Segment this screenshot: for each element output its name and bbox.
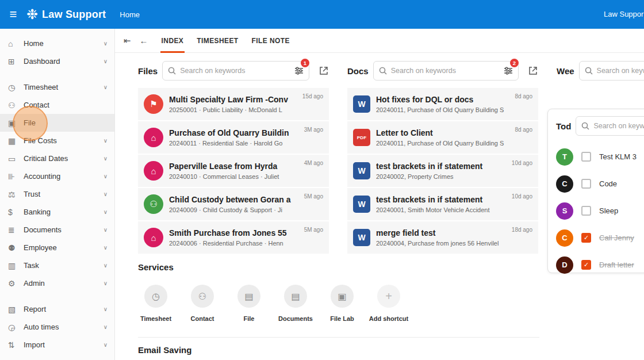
calculator-icon: ▦ [8, 136, 24, 145]
service-shortcut-file[interactable]: ▤ File [231, 285, 267, 322]
brand-title: Law Support [42, 9, 106, 21]
docs-list: W Hot fixes for DQL or docs 20240011, Pu… [347, 88, 538, 254]
sidebar-item-banking[interactable]: $ Banking ∨ [0, 203, 114, 221]
doc-title: Hot fixes for DQL or docs [376, 95, 509, 104]
briefcase-icon: ▣ [8, 118, 24, 128]
todo-search[interactable] [576, 116, 644, 136]
file-row[interactable]: ⌂ Smith Purchase from Jones 55 20240006 … [138, 221, 329, 254]
file-row[interactable]: ⌂ Purchase of Old Quarry Buildin 2024001… [138, 121, 329, 154]
week-search[interactable] [579, 61, 644, 81]
todo-checkbox[interactable] [581, 152, 591, 162]
files-search-input[interactable] [180, 67, 294, 75]
sidebar-item-contact[interactable]: ⚇ Contact ∨ [0, 96, 114, 114]
header-org-label[interactable]: Law Suppor [604, 0, 643, 29]
chevron-down-icon: ∨ [103, 324, 108, 330]
sidebar-item-auto-times[interactable]: ◶ Auto times ∨ [0, 318, 114, 336]
briefcase-icon: ▣ [331, 285, 354, 308]
todo-checkbox[interactable] [581, 260, 591, 270]
files-list: ⚑ Multi Specialty Law Firm -Conv 2025000… [138, 88, 329, 254]
auto-clock-icon: ◶ [8, 323, 24, 332]
dollar-icon: $ [8, 208, 24, 217]
doc-row[interactable]: W Hot fixes for DQL or docs 20240011, Pu… [347, 88, 538, 120]
file-icon: ▤ [237, 285, 260, 308]
word-doc-icon: W [353, 95, 370, 113]
main-content: Files 1 ⚑ Multi Specialty Law Firm -Conv… [115, 53, 644, 360]
sidebar-item-home[interactable]: ⌂ Home ∨ [0, 35, 114, 52]
sidebar-item-label: File Costs [24, 136, 100, 145]
tab-timesheet[interactable]: TIMESHEET [197, 29, 238, 53]
doc-age: 18d ago [512, 227, 532, 233]
add-shortcut-button[interactable]: + Add shortcut [371, 285, 407, 322]
sidebar-item-trust[interactable]: ⚖ Trust ∨ [0, 185, 114, 203]
todo-item[interactable]: D Draft letter [556, 251, 644, 278]
sidebar-item-timesheet[interactable]: ◷ Timesheet ∨ [0, 78, 114, 96]
open-external-icon[interactable] [528, 66, 538, 76]
chevron-down-icon: ∨ [103, 137, 108, 144]
files-search[interactable]: 1 [162, 61, 309, 81]
doc-row[interactable]: W merge field test 20240004, Purchase fr… [347, 221, 538, 254]
chevron-down-icon: ∨ [103, 244, 108, 251]
todo-item[interactable]: C Code [556, 170, 644, 197]
todo-item[interactable]: T Test KLM 3 [556, 143, 644, 170]
service-shortcut-file-lab[interactable]: ▣ File Lab [324, 285, 360, 322]
filter-count-badge: 1 [301, 59, 309, 67]
todo-item[interactable]: S Sleep [556, 197, 644, 224]
todo-checkbox[interactable] [581, 233, 591, 243]
todo-checkbox[interactable] [581, 179, 591, 189]
avatar: C [556, 175, 573, 193]
service-shortcut-documents[interactable]: ▤ Documents [278, 285, 313, 322]
collapse-panel-icon[interactable]: ⇤ [124, 36, 131, 46]
todo-search-input[interactable] [593, 122, 644, 130]
back-arrow-icon[interactable]: ← [140, 36, 148, 45]
search-icon [581, 122, 589, 130]
app-logo-icon: ❉ [26, 6, 38, 22]
service-shortcut-timesheet[interactable]: ◷ Timesheet [138, 285, 174, 322]
tab-index[interactable]: INDEX [162, 29, 184, 53]
sidebar-item-accounting[interactable]: ⊪ Accounting ∨ [0, 167, 114, 185]
sidebar-item-critical-dates[interactable]: ▭ Critical Dates ∨ [0, 150, 114, 167]
sidebar-item-import[interactable]: ⇅ Import ∨ [0, 336, 114, 354]
file-meta: 20240010 · Commercial Leases · Juliet [169, 173, 298, 180]
week-panel: Wee [557, 61, 644, 88]
sidebar-item-file-costs[interactable]: ▦ File Costs ∨ [0, 132, 114, 150]
todo-item[interactable]: C Call Jenny [556, 224, 644, 251]
doc-title: test brackets in if statement [376, 195, 506, 204]
todo-panel-title: Tod [556, 121, 571, 131]
sidebar-item-employee[interactable]: ⚉ Employee ∨ [0, 239, 114, 256]
avatar: D [556, 256, 573, 274]
sidebar-item-documents[interactable]: ≣ Documents ∨ [0, 221, 114, 239]
scales-icon: ⚖ [8, 190, 24, 199]
chevron-down-icon: ∨ [103, 155, 108, 162]
sidebar-item-admin[interactable]: ⚙ Admin ∨ [0, 274, 114, 292]
file-row[interactable]: ⚑ Multi Specialty Law Firm -Conv 2025000… [138, 88, 329, 120]
docs-search[interactable]: 2 [373, 61, 519, 81]
docs-search-input[interactable] [391, 67, 504, 75]
tab-file-note[interactable]: FILE NOTE [252, 29, 290, 53]
doc-title: merge field test [376, 228, 506, 238]
header-nav-home[interactable]: Home [120, 10, 140, 19]
file-category-icon: ⌂ [144, 128, 163, 147]
chevron-down-icon: ∨ [103, 227, 108, 233]
tabs-bar: ⇤ ← INDEX TIMESHEET FILE NOTE [115, 29, 644, 53]
open-external-icon[interactable] [319, 66, 329, 76]
sidebar-item-report[interactable]: ▧ Report ∨ [0, 300, 114, 318]
doc-row[interactable]: W test brackets in if statement 20240002… [347, 155, 538, 187]
doc-row[interactable]: W test brackets in if statement 20240001… [347, 188, 538, 220]
sidebar-item-label: Trust [24, 190, 100, 198]
sidebar-item-file[interactable]: ▣ File ∨ [0, 114, 114, 132]
doc-age: 10d ago [512, 193, 532, 200]
file-row[interactable]: ⌂ Paperville Lease from Hyrda 20240010 ·… [138, 155, 329, 187]
sidebar-item-label: File [24, 118, 108, 127]
sidebar-item-task[interactable]: ▥ Task ∨ [0, 256, 114, 274]
service-shortcut-contact[interactable]: ⚇ Contact [185, 285, 220, 322]
sidebar-item-dashboard[interactable]: ⊞ Dashboard ∨ [0, 52, 114, 70]
filter-icon[interactable]: 1 [294, 66, 304, 75]
clock-icon: ◷ [144, 285, 167, 308]
hamburger-menu-icon[interactable]: ≡ [0, 0, 26, 29]
report-icon: ▧ [8, 305, 24, 314]
filter-icon[interactable]: 2 [504, 66, 513, 75]
file-row[interactable]: ⚇ Child Custody between Goran a 20240009… [138, 188, 329, 220]
todo-checkbox[interactable] [581, 206, 591, 216]
doc-row[interactable]: PDF Letter to Client 20240011, Purchase … [347, 121, 538, 154]
week-search-input[interactable] [597, 67, 644, 75]
